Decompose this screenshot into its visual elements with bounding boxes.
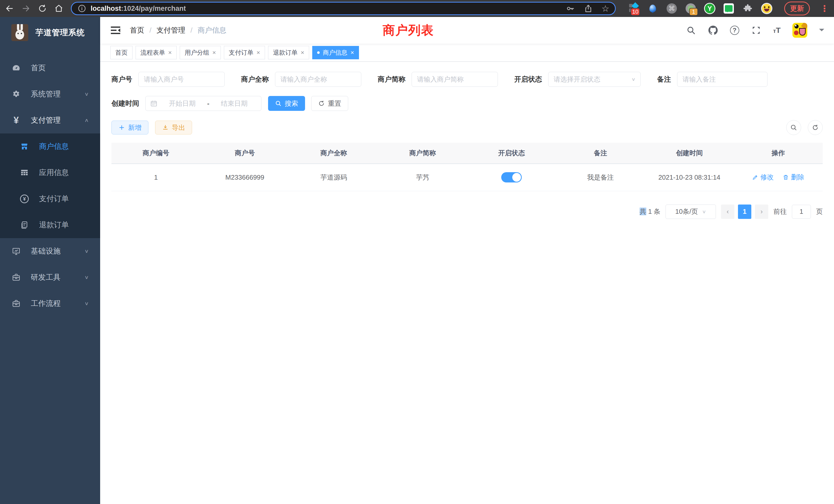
browser-forward-icon[interactable]	[22, 4, 30, 13]
sidebar-item-infrastructure[interactable]: 基础设施 ∨	[0, 238, 100, 264]
sidebar-item-workflow[interactable]: 工作流程 ∨	[0, 291, 100, 317]
tab-merchant-info[interactable]: 商户信息 ×	[312, 46, 359, 59]
delete-link[interactable]: 删除	[783, 173, 804, 182]
sidebar-item-app-info[interactable]: 应用信息	[0, 160, 100, 186]
browser-reload-icon[interactable]	[38, 4, 47, 13]
help-icon[interactable]: ?	[730, 26, 739, 35]
reset-button[interactable]: 重置	[311, 96, 348, 111]
extension-camera-icon[interactable]: 1	[685, 3, 696, 14]
field-label: 备注	[657, 75, 671, 84]
sidebar-item-label: 工作流程	[31, 298, 61, 309]
browser-back-icon[interactable]	[5, 4, 14, 13]
tab-home[interactable]: 首页	[110, 46, 132, 59]
export-button[interactable]: 导出	[155, 121, 192, 135]
trash-icon	[783, 174, 789, 180]
page-1-button[interactable]: 1	[738, 205, 751, 219]
goto-page-input[interactable]	[792, 205, 811, 219]
status-toggle[interactable]	[501, 172, 522, 182]
app-title: 芋道管理系统	[36, 27, 85, 38]
chevron-down-icon: ∨	[84, 275, 89, 280]
sidebar-item-label: 退款订单	[39, 220, 69, 230]
close-icon[interactable]: ×	[212, 49, 216, 56]
sidebar-item-dev-tools[interactable]: 研发工具 ∨	[0, 264, 100, 291]
tab-pay-order[interactable]: 支付订单 ×	[224, 46, 265, 59]
edit-link[interactable]: 修改	[752, 173, 774, 182]
sidebar-item-refund-order[interactable]: 退款订单	[0, 212, 100, 238]
field-label: 商户号	[111, 75, 132, 84]
sidebar-logo-row[interactable]: 芋道管理系统	[0, 17, 100, 48]
sidebar-item-home[interactable]: 首页	[0, 55, 100, 81]
date-start-placeholder[interactable]: 开始日期	[160, 99, 205, 108]
search-button[interactable]: 搜索	[268, 96, 305, 111]
extension-chat-icon[interactable]	[723, 3, 734, 14]
profile-emoji-icon[interactable]	[761, 3, 772, 14]
search-icon[interactable]	[686, 25, 696, 36]
col-merchant-no: 商户号	[200, 143, 289, 164]
monitor-icon	[11, 246, 21, 256]
calendar-icon	[150, 100, 157, 107]
url-path: :1024/pay/merchant	[121, 5, 186, 12]
tab-refund-order[interactable]: 退款订单 ×	[268, 46, 309, 59]
add-button[interactable]: 新增	[111, 121, 148, 135]
col-remark: 备注	[556, 143, 645, 164]
field-label: 商户全称	[241, 75, 269, 84]
goto-label: 前往	[773, 207, 787, 216]
total-text: 共 1 条	[640, 207, 660, 216]
address-bar[interactable]: localhost:1024/pay/merchant ☆	[71, 2, 616, 15]
sidebar-item-label: 商户信息	[39, 141, 69, 152]
sidebar-item-merchant-info[interactable]: 商户信息	[0, 134, 100, 160]
user-avatar[interactable]	[792, 23, 807, 38]
github-icon[interactable]	[708, 25, 718, 36]
extension-balloon-icon[interactable]	[647, 3, 658, 14]
site-info-icon[interactable]	[77, 4, 87, 13]
extensions-area: 10 ⌘ 1 Y	[628, 3, 772, 14]
url-host: localhost	[91, 5, 121, 12]
extension-tabs-icon[interactable]: 10	[628, 3, 639, 14]
status-select[interactable]	[548, 72, 641, 87]
refresh-table-button[interactable]	[808, 120, 823, 135]
page-size-select[interactable]: 10条/页 ∨	[665, 205, 716, 219]
extension-y-icon[interactable]: Y	[704, 3, 716, 14]
prev-page-button[interactable]: ‹	[721, 205, 734, 219]
extension-command-icon[interactable]: ⌘	[666, 3, 677, 14]
breadcrumb-pay[interactable]: 支付管理	[157, 25, 185, 35]
filter-merchant-no: 商户号	[111, 72, 225, 87]
breadcrumb-home[interactable]: 首页	[130, 25, 144, 35]
next-page-button[interactable]: ›	[755, 205, 768, 219]
toggle-search-button[interactable]	[786, 120, 801, 135]
password-key-icon[interactable]	[566, 4, 575, 13]
dashboard-icon	[11, 63, 21, 73]
fullscreen-icon[interactable]	[751, 25, 761, 36]
font-size-icon[interactable]: тT	[773, 26, 781, 35]
tab-user-group[interactable]: 用户分组 ×	[180, 46, 221, 59]
close-icon[interactable]: ×	[351, 49, 354, 56]
date-range-picker[interactable]: 开始日期 - 结束日期	[145, 96, 261, 111]
toolbar-right	[786, 120, 823, 135]
close-icon[interactable]: ×	[168, 49, 172, 56]
full-name-input[interactable]	[275, 72, 361, 87]
share-icon[interactable]	[584, 4, 593, 13]
close-icon[interactable]: ×	[301, 49, 304, 56]
date-end-placeholder[interactable]: 结束日期	[212, 99, 257, 108]
browser-home-icon[interactable]	[54, 4, 63, 13]
tab-process-form[interactable]: 流程表单 ×	[136, 46, 177, 59]
extensions-puzzle-icon[interactable]	[742, 3, 753, 14]
sidebar-item-pay[interactable]: ¥ 支付管理 ∧	[0, 107, 100, 134]
browser-menu-icon[interactable]: ⋮	[820, 3, 829, 14]
cell-merchant-no: M233666999	[200, 164, 289, 191]
remark-input[interactable]	[677, 72, 768, 87]
sidebar-collapse-icon[interactable]	[110, 25, 121, 36]
col-full-name: 商户全称	[289, 143, 378, 164]
field-label: 开启状态	[514, 75, 542, 84]
navbar-actions: ? тT	[686, 23, 824, 38]
short-name-input[interactable]	[412, 72, 498, 87]
bookmark-star-icon[interactable]: ☆	[601, 3, 609, 14]
close-icon[interactable]: ×	[257, 49, 260, 56]
sidebar-item-pay-order[interactable]: ¥ 支付订单	[0, 186, 100, 212]
merchant-no-input[interactable]	[138, 72, 225, 87]
toolbox-icon	[11, 273, 21, 282]
avatar-dropdown-caret-icon[interactable]	[819, 29, 824, 34]
sidebar-item-system[interactable]: 系统管理 ∨	[0, 81, 100, 107]
sidebar-item-label: 支付管理	[31, 115, 61, 125]
browser-update-button[interactable]: 更新	[784, 2, 810, 16]
